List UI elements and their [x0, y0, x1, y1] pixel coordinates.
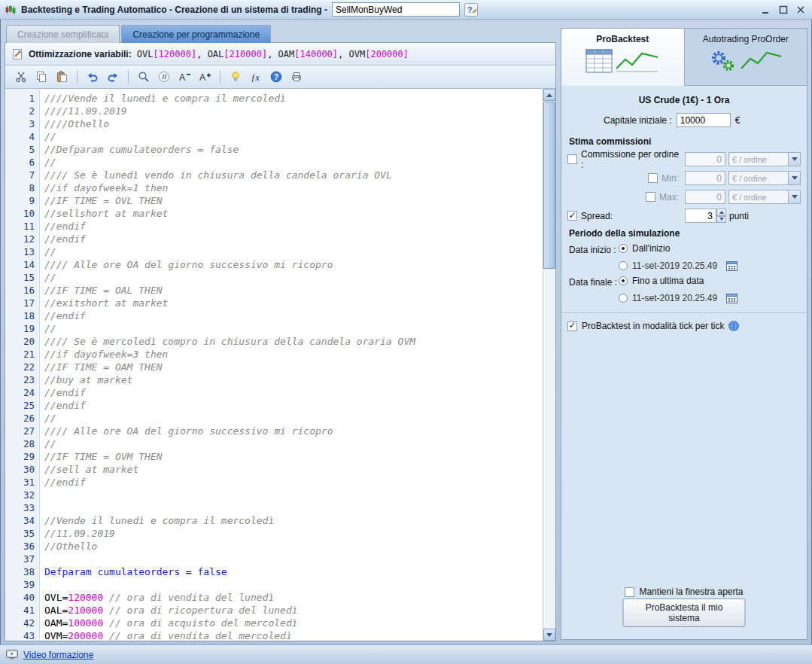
scroll-up-button[interactable]: [543, 89, 555, 101]
spread-decrement-button[interactable]: [716, 216, 726, 224]
code-line[interactable]: //: [44, 437, 540, 450]
calendar-icon[interactable]: [726, 260, 737, 271]
commission-min-checkbox[interactable]: [648, 173, 658, 183]
code-line[interactable]: //: [44, 245, 540, 258]
code-line[interactable]: ////Vende il lunedì e compra il mercoled…: [44, 92, 540, 105]
maximize-button[interactable]: [778, 5, 789, 15]
close-button[interactable]: [795, 5, 806, 15]
comment-code-icon[interactable]: [155, 68, 173, 86]
code-line[interactable]: //endif: [44, 386, 540, 399]
tick-mode-checkbox[interactable]: [567, 321, 577, 331]
code-line[interactable]: //buy at market: [44, 373, 540, 386]
line-number: 26: [5, 412, 35, 425]
commission-max-input[interactable]: [685, 190, 725, 204]
keep-window-open-checkbox[interactable]: [625, 587, 634, 597]
chevron-down-icon[interactable]: [788, 153, 800, 166]
tab-autotrading-proorder[interactable]: Autotrading ProOrder: [684, 29, 807, 86]
commission-min-input[interactable]: [685, 171, 725, 185]
code-line[interactable]: //// Alle ore OA del giorno successivo m…: [44, 258, 540, 271]
editor-scrollbar[interactable]: [543, 89, 555, 641]
code-line[interactable]: //endif: [44, 476, 540, 489]
code-line[interactable]: [44, 489, 540, 501]
tab-creazione-per-programmazione[interactable]: Creazione per programmazione: [121, 25, 271, 43]
code-line[interactable]: //sellshort at market: [44, 207, 540, 220]
code-line[interactable]: //Defparam cumulateorders = false: [44, 143, 540, 156]
scrollbar-thumb[interactable]: [543, 102, 555, 269]
code-line[interactable]: //Vende il lunedì e compra il mercoledì: [44, 514, 540, 527]
optimization-variables[interactable]: OVL[120000], OAL[210000], OAM[140000], O…: [137, 49, 409, 59]
spread-increment-button[interactable]: [716, 209, 726, 216]
code-line[interactable]: //// Se è lunedì vendo in chiusura della…: [44, 169, 540, 181]
system-name-input[interactable]: [332, 2, 460, 17]
calendar-icon[interactable]: [726, 293, 737, 303]
spread-checkbox[interactable]: [567, 211, 577, 221]
end-until-last-radio[interactable]: [619, 276, 628, 285]
code-editor[interactable]: 1234567891011121314151617181920212223242…: [5, 89, 555, 641]
code-line[interactable]: //IF TIME = OAM THEN: [44, 361, 540, 373]
code-line[interactable]: [44, 578, 540, 591]
redo-icon[interactable]: [104, 68, 122, 86]
code-line[interactable]: //// Alle ore OA del giorno successivo m…: [44, 425, 540, 437]
code-line[interactable]: //endif: [44, 399, 540, 412]
copy-icon[interactable]: [32, 68, 50, 86]
commission-max-unit-select[interactable]: € / ordine: [728, 190, 801, 204]
code-line[interactable]: OAM=100000 // ora di acquisto del mercol…: [44, 617, 540, 629]
code-line[interactable]: //: [44, 271, 540, 284]
paste-icon[interactable]: [53, 68, 71, 86]
help-edit-icon[interactable]: ?: [464, 3, 478, 17]
code-line[interactable]: //endif: [44, 233, 540, 245]
code-line[interactable]: //endif: [44, 309, 540, 322]
spread-input[interactable]: [685, 209, 716, 223]
code-line[interactable]: [44, 553, 540, 565]
run-backtest-button[interactable]: ProBacktesta il mio sistema: [623, 599, 746, 627]
code-area[interactable]: ////Vende il lunedì e compra il mercoled…: [40, 89, 543, 641]
code-line[interactable]: //: [44, 156, 540, 169]
commission-min-unit-select[interactable]: € / ordine: [728, 171, 801, 185]
tab-creazione-semplificata[interactable]: Creazione semplificata: [6, 25, 120, 43]
cut-icon[interactable]: [12, 68, 30, 86]
code-line[interactable]: //// Se è mercoledì compro in chiusura d…: [44, 335, 540, 348]
code-line[interactable]: //: [44, 412, 540, 425]
code-line[interactable]: OAL=210000 // ora di ricopertura del lun…: [44, 604, 540, 617]
capital-input[interactable]: [677, 113, 731, 127]
increase-font-icon[interactable]: A: [196, 68, 214, 86]
commission-value-input[interactable]: [685, 152, 725, 166]
minimize-button[interactable]: [761, 5, 771, 15]
start-from-beginning-radio[interactable]: [619, 244, 628, 253]
start-custom-date-radio[interactable]: [619, 261, 628, 270]
code-line[interactable]: OVM=200000 // ora di vendita del mercole…: [44, 629, 540, 641]
commission-max-checkbox[interactable]: [646, 192, 655, 202]
code-line[interactable]: //sell at market: [44, 463, 540, 476]
decrease-font-icon[interactable]: A: [175, 68, 193, 86]
code-line[interactable]: //Othello: [44, 540, 540, 553]
commission-checkbox[interactable]: [567, 154, 577, 164]
code-line[interactable]: //IF TIME = OAL THEN: [44, 284, 540, 297]
code-line[interactable]: //11.09.2019: [44, 527, 540, 540]
tab-probacktest[interactable]: ProBacktest: [561, 29, 684, 86]
code-line[interactable]: //IF TIME = OVM THEN: [44, 450, 540, 463]
code-line[interactable]: //IF TIME = OVL THEN: [44, 194, 540, 207]
code-line[interactable]: ////11.09.2019: [44, 105, 540, 117]
undo-icon[interactable]: [84, 68, 102, 86]
code-line[interactable]: Defparam cumulateorders = false: [44, 565, 540, 578]
code-line[interactable]: //if dayofweek=3 then: [44, 348, 540, 361]
code-line[interactable]: //: [44, 130, 540, 143]
chevron-down-icon[interactable]: [788, 190, 800, 203]
code-line[interactable]: [44, 501, 540, 514]
end-custom-date-radio[interactable]: [619, 294, 628, 303]
help-icon[interactable]: ?: [267, 68, 285, 86]
code-line[interactable]: OVL=120000 // ora di vendita del lunedì: [44, 591, 540, 604]
code-line[interactable]: ////Othello: [44, 117, 540, 130]
code-line[interactable]: //exitshort at market: [44, 297, 540, 309]
suggestions-lightbulb-icon[interactable]: [227, 68, 245, 86]
commission-unit-select[interactable]: € / ordine: [728, 152, 801, 166]
scroll-down-button[interactable]: [543, 629, 555, 641]
zoom-icon[interactable]: [135, 68, 153, 86]
code-line[interactable]: //endif: [44, 220, 540, 233]
code-line[interactable]: //if dayofweek=1 then: [44, 181, 540, 194]
insert-function-icon[interactable]: ƒx: [247, 68, 265, 86]
print-icon[interactable]: [287, 68, 306, 86]
code-line[interactable]: //: [44, 322, 540, 335]
video-training-link[interactable]: Video formazione: [23, 650, 93, 660]
chevron-down-icon[interactable]: [788, 172, 800, 184]
